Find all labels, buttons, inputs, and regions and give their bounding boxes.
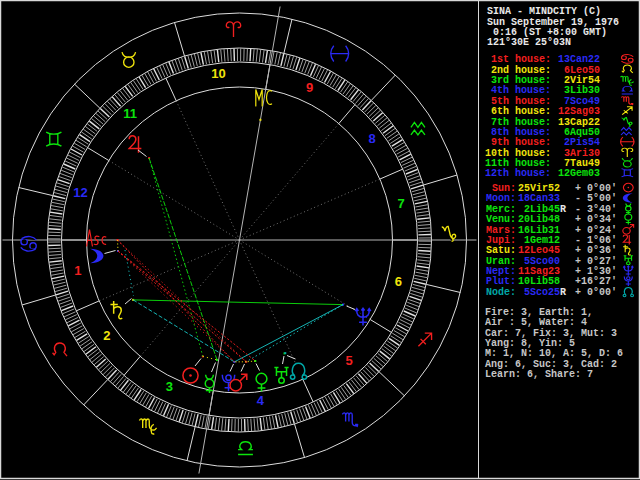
svg-text:6: 6 (395, 274, 402, 289)
svg-text:11: 11 (123, 106, 137, 121)
svg-text:1: 1 (74, 263, 81, 278)
svg-text:12: 12 (73, 185, 87, 200)
svg-text:3: 3 (166, 379, 173, 394)
svg-text:2: 2 (103, 328, 110, 343)
svg-text:5: 5 (345, 353, 352, 368)
svg-text:4: 4 (257, 393, 265, 408)
svg-text:8: 8 (368, 131, 375, 146)
svg-text:9: 9 (306, 80, 313, 95)
svg-text:7: 7 (397, 196, 404, 211)
svg-text:10: 10 (211, 66, 225, 81)
